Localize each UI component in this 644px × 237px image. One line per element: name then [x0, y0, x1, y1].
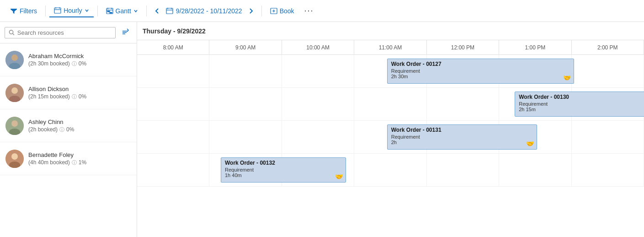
search-bar: [0, 22, 137, 43]
booked-text: (2h 30m booked): [28, 60, 70, 67]
filter-icon: [10, 7, 17, 15]
resource-sub: (2h 30m booked) ⓘ 0%: [28, 60, 131, 67]
resource-name: Bernadette Foley: [28, 151, 131, 158]
hourly-button[interactable]: Hourly: [49, 5, 93, 16]
time-cell: 12:00 PM: [427, 40, 499, 54]
resource-name: Ashley Chinn: [28, 118, 131, 125]
book-plus-icon: [270, 7, 277, 15]
work-order-block[interactable]: Work Order - 00127 Requirement 2h 30m 🤝: [387, 59, 574, 84]
gantt-row: Work Order - 00127 Requirement 2h 30m 🤝: [137, 55, 644, 88]
main-content: Abraham McCormick (2h 30m booked) ⓘ 0%: [0, 22, 644, 237]
sort-icon: [121, 28, 129, 37]
avatar: [5, 51, 24, 69]
resource-sub: (4h 40m booked) ⓘ 1%: [28, 159, 131, 166]
utilization-text: 0%: [66, 126, 74, 133]
gantt-body: Work Order - 00127 Requirement 2h 30m 🤝 …: [137, 55, 644, 237]
time-cell: 2:00 PM: [572, 40, 644, 54]
gantt-row: Work Order - 00132 Requirement 1h 40m 🤝: [137, 154, 644, 187]
resource-info: Bernadette Foley (4h 40m booked) ⓘ 1%: [28, 151, 131, 166]
avatar-image: [5, 150, 24, 168]
time-cell: 1:00 PM: [499, 40, 571, 54]
search-input-wrap[interactable]: [5, 27, 116, 38]
work-order-block[interactable]: Work Order - 00130 Requirement 2h 15m: [515, 92, 644, 117]
svg-rect-9: [110, 12, 112, 13]
gantt-label: Gantt: [116, 7, 131, 15]
nav-right-button[interactable]: [244, 4, 258, 18]
gantt-cell: [137, 55, 209, 87]
avatar-image: [5, 51, 24, 69]
info-icon: ⓘ: [59, 126, 64, 133]
hourly-icon: [54, 7, 61, 14]
list-item[interactable]: Bernadette Foley (4h 40m booked) ⓘ 1%: [0, 142, 137, 175]
avatar: [5, 150, 24, 168]
gantt-cell: [137, 154, 209, 186]
svg-point-32: [11, 153, 18, 160]
utilization-text: 1%: [79, 159, 86, 166]
active-indicator: [49, 16, 93, 17]
resource-name: Allison Dickson: [28, 86, 131, 92]
gantt-cell: [137, 88, 209, 120]
svg-point-17: [9, 30, 13, 34]
gantt-cell: [209, 88, 282, 120]
handshake-icon: 🤝: [563, 74, 571, 81]
time-cell: 10:00 AM: [282, 40, 354, 54]
work-order-sub: Requirement: [519, 101, 644, 107]
gantt-cell: [499, 154, 571, 186]
sort-button[interactable]: [118, 26, 132, 39]
work-order-sub: Requirement: [391, 68, 570, 74]
booked-text: (4h 40m booked): [28, 159, 70, 166]
work-order-block[interactable]: Work Order - 00131 Requirement 2h 🤝: [387, 124, 537, 150]
time-cell: 11:00 AM: [354, 40, 426, 54]
work-order-title: Work Order - 00131: [391, 127, 533, 133]
date-range-text: 9/28/2022 - 10/11/2022: [176, 7, 242, 15]
gantt-timescale: 8:00 AM9:00 AM10:00 AM11:00 AM12:00 PM1:…: [137, 40, 644, 55]
resource-name: Abraham McCormick: [28, 53, 131, 59]
resource-sub: (2h 15m booked) ⓘ 0%: [28, 93, 131, 100]
gantt-button[interactable]: Gantt: [101, 5, 143, 17]
svg-line-18: [13, 33, 14, 35]
list-item[interactable]: Abraham McCormick (2h 30m booked) ⓘ 0%: [0, 43, 137, 76]
time-cell: 9:00 AM: [209, 40, 282, 54]
handshake-icon: 🤝: [526, 140, 534, 147]
hourly-button-wrap: Hourly: [49, 5, 93, 17]
search-input[interactable]: [17, 29, 112, 36]
svg-rect-8: [107, 11, 110, 12]
more-label: ···: [304, 6, 314, 16]
svg-rect-0: [54, 8, 61, 13]
gantt-cell: [282, 88, 354, 120]
time-cell: 8:00 AM: [137, 40, 209, 54]
divider-2: [97, 5, 98, 16]
nav-left-button[interactable]: [150, 4, 164, 18]
work-order-block[interactable]: Work Order - 00132 Requirement 1h 40m 🤝: [221, 157, 346, 183]
gantt-cell: [282, 55, 354, 87]
avatar: [5, 84, 24, 102]
avatar: [5, 117, 24, 135]
gantt-cell: [209, 55, 282, 87]
more-button[interactable]: ···: [301, 4, 318, 18]
gantt-cell: [282, 121, 354, 153]
utilization-text: 0%: [79, 60, 86, 67]
list-item[interactable]: Allison Dickson (2h 15m booked) ⓘ 0%: [0, 76, 137, 109]
list-item[interactable]: Ashley Chinn (2h booked) ⓘ 0%: [0, 109, 137, 142]
gantt-row: Work Order - 00131 Requirement 2h 🤝: [137, 121, 644, 154]
book-label: Book: [280, 7, 294, 15]
gantt-cell: [354, 88, 426, 120]
svg-rect-10: [166, 8, 173, 14]
gantt-chevron-icon: [133, 9, 138, 13]
work-order-duration: 2h 30m: [391, 74, 570, 79]
filters-button[interactable]: Filters: [5, 5, 42, 17]
search-icon: [9, 29, 15, 36]
resource-info: Abraham McCormick (2h 30m booked) ⓘ 0%: [28, 53, 131, 67]
gantt-cell: [209, 121, 282, 153]
book-button[interactable]: Book: [266, 5, 299, 17]
work-order-duration: 2h: [391, 140, 533, 145]
gantt-cell: [354, 154, 426, 186]
booked-text: (2h 15m booked): [28, 93, 70, 100]
gantt-cell: [572, 121, 644, 153]
work-order-title: Work Order - 00132: [225, 160, 342, 166]
calendar-icon: [166, 7, 173, 15]
gantt-panel: Thursday - 9/29/2022 8:00 AM9:00 AM10:00…: [137, 22, 644, 237]
info-icon: ⓘ: [72, 60, 77, 67]
gantt-date-text: Thursday - 9/29/2022: [143, 27, 206, 35]
toolbar: Filters Hourly Gantt: [0, 0, 644, 22]
